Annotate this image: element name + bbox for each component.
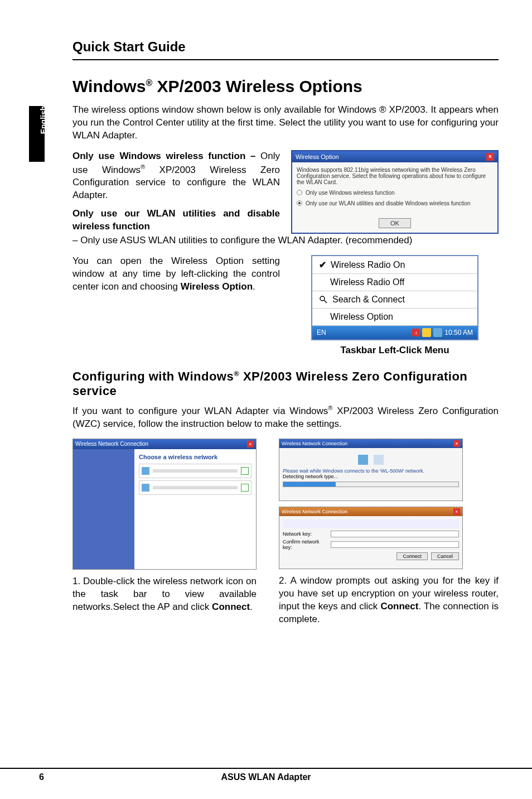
header-title: Quick Start Guide — [72, 39, 499, 55]
title-pre: Windows — [72, 77, 146, 95]
mini-titlebar-b: Wireless Network Connection × — [279, 507, 462, 516]
sub-body-pre: If you want to configure your WLAN Adapt… — [72, 406, 328, 416]
option1-text: Only use Windows wireless function – Onl… — [72, 150, 280, 234]
step1-bold: Connect — [212, 601, 250, 612]
mini-title-b: Wireless Network Connection — [282, 509, 347, 514]
step2-text: 2. A window prompts out asking you for t… — [279, 575, 499, 626]
magnifier-icon — [319, 295, 328, 304]
step1-end: . — [250, 601, 253, 612]
close-icon[interactable]: × — [453, 508, 460, 515]
network-item[interactable] — [139, 480, 252, 495]
menu-radio-off[interactable]: Wireless Radio Off — [312, 274, 477, 291]
steps-row: Wireless Network Connection × Choose a w… — [72, 439, 499, 626]
subsection-title: Configuring with Windows® XP/2003 Wirele… — [72, 369, 499, 398]
open-option-row: You can open the Wireless Option setting… — [72, 255, 499, 356]
thumb1-titlebar: Wireless Network Connection × — [73, 439, 256, 449]
key-label-1: Network key: — [283, 531, 327, 537]
signal-icon — [142, 484, 149, 492]
taskbar-figure-col: ✔ Wireless Radio On Wireless Radio Off S… — [291, 255, 499, 356]
open-option-text: You can open the Wireless Option setting… — [72, 255, 280, 356]
mini-body-a: Please wait while Windows connects to th… — [279, 448, 462, 490]
globe-icon — [374, 455, 384, 465]
cancel-button[interactable]: Cancel — [431, 552, 459, 560]
header-rule — [72, 59, 499, 60]
page-footer: 6 ASUS WLAN Adapter — [0, 768, 532, 782]
tray-wlan-icon[interactable] — [433, 328, 442, 337]
dialog-radio-1[interactable]: Only use Windows wireless function — [297, 190, 493, 196]
connect-button[interactable]: Connect — [396, 552, 428, 560]
dialog-desc: Windows supports 802.11b/g wireless netw… — [297, 167, 493, 185]
dialog-radio-2[interactable]: Only use our WLAN utilities and disable … — [297, 200, 493, 206]
key-label-2: Confirm network key: — [283, 539, 327, 550]
open-option-bold: Wireless Option — [181, 281, 253, 292]
signal-strength-icon — [241, 467, 249, 475]
radio-icon — [297, 190, 302, 195]
intro-paragraph: The wireless options window shown below … — [72, 104, 499, 142]
check-icon: ✔ — [319, 259, 326, 270]
sub-sup: ® — [234, 369, 239, 378]
choose-network-screenshot: Wireless Network Connection × Choose a w… — [72, 439, 257, 570]
svg-point-0 — [320, 296, 325, 301]
page-number: 6 — [39, 772, 44, 782]
step1-col: Wireless Network Connection × Choose a w… — [72, 439, 257, 626]
mini-titlebar-a: Wireless Network Connection × — [279, 439, 462, 448]
close-icon[interactable]: × — [247, 441, 254, 447]
thumb1-main: Choose a wireless network — [134, 449, 256, 569]
title-sup: ® — [146, 78, 152, 88]
tray-network-icon[interactable] — [422, 328, 431, 337]
dialog1-figure: Wireless Option × Windows supports 802.1… — [291, 150, 499, 234]
opt1-body-sup: ® — [141, 163, 145, 170]
step2-col: Wireless Network Connection × Please wai… — [279, 439, 499, 626]
title-post: XP/2003 Wireless Options — [152, 77, 362, 95]
step2-screenshots: Wireless Network Connection × Please wai… — [279, 439, 463, 569]
signal-icon — [142, 467, 149, 475]
menu-label-search: Search & Connect — [332, 295, 405, 305]
key-input-2[interactable] — [331, 541, 459, 548]
close-icon[interactable]: × — [453, 440, 460, 447]
thumb1-sidebar — [73, 449, 134, 569]
mini-sub-a: Detecting network type... — [283, 474, 459, 479]
footer-title: ASUS WLAN Adapter — [221, 772, 311, 782]
dialog-titlebar: Wireless Option × — [292, 151, 497, 162]
signal-strength-icon — [241, 484, 249, 492]
thumb1-heading: Choose a wireless network — [139, 454, 252, 460]
mini-line-a: Please wait while Windows connects to th… — [283, 468, 459, 474]
system-tray: EN ‹ 10:50 AM — [312, 326, 477, 339]
menu-radio-on[interactable]: ✔ Wireless Radio On — [312, 256, 477, 274]
opt2-body: – Only use ASUS WLAN utilities to config… — [72, 234, 499, 247]
network-name-placeholder — [153, 469, 238, 473]
open-option-end: . — [253, 281, 255, 292]
close-icon[interactable]: × — [486, 153, 494, 161]
connecting-dialog: Wireless Network Connection × Please wai… — [279, 439, 463, 501]
radio-icon — [297, 200, 302, 206]
radio-label-1: Only use Windows wireless function — [306, 190, 395, 196]
tray-shield-icon[interactable]: ‹ — [412, 329, 420, 336]
step1-text: 1. Double-click the wireless network ico… — [72, 575, 257, 614]
thumb1-title: Wireless Network Connection — [75, 441, 148, 447]
computer-icon — [358, 455, 368, 465]
menu-label-off: Wireless Radio Off — [330, 277, 404, 287]
opt2-title: Only use our WLAN utilities and disable … — [72, 208, 280, 233]
network-item[interactable] — [139, 464, 252, 478]
sub-pre: Configuring with Windows — [72, 369, 234, 383]
sub-body: If you want to configure your WLAN Adapt… — [72, 404, 499, 431]
svg-line-1 — [324, 300, 327, 303]
tray-lang[interactable]: EN — [317, 329, 326, 336]
option1-row: Only use Windows wireless function – Onl… — [72, 150, 499, 234]
opt1-title: Only use Windows wireless function – — [72, 151, 260, 161]
menu-search-connect[interactable]: Search & Connect — [312, 291, 477, 309]
key-input-1[interactable] — [331, 531, 459, 537]
step2-bold: Connect — [380, 601, 418, 612]
radio-label-2: Only use our WLAN utilities and disable … — [306, 200, 471, 206]
menu-wireless-option[interactable]: Wireless Option — [312, 309, 477, 326]
page-content: Quick Start Guide Windows® XP/2003 Wirel… — [0, 0, 532, 648]
key-dialog: Wireless Network Connection × Network ke… — [279, 507, 463, 569]
mini-title-a: Wireless Network Connection — [282, 441, 347, 446]
taskbar-caption: Taskbar Left-Click Menu — [340, 345, 449, 356]
taskbar-menu: ✔ Wireless Radio On Wireless Radio Off S… — [311, 255, 478, 340]
progress-bar — [283, 482, 459, 487]
dialog-title: Wireless Option — [296, 153, 339, 160]
key-desc-placeholder — [283, 519, 459, 528]
menu-label-option: Wireless Option — [330, 312, 393, 322]
ok-button[interactable]: OK — [379, 218, 411, 228]
